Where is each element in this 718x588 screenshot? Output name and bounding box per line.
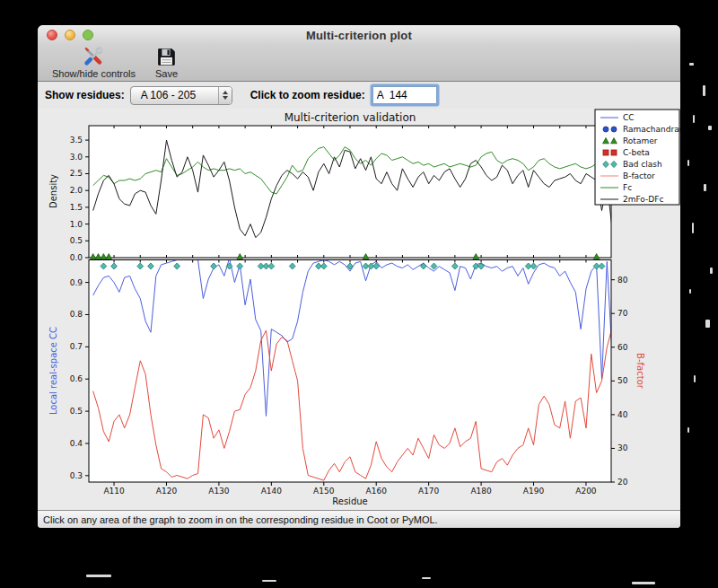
svg-text:A200: A200 [575, 487, 597, 496]
legend-label: Rotamer [623, 136, 658, 145]
screen-artifact [689, 289, 691, 294]
screen-artifact [708, 126, 712, 130]
svg-text:1.0: 1.0 [70, 220, 83, 229]
svg-text:70: 70 [617, 309, 628, 318]
legend-label: 2mFo-DFc [623, 195, 663, 204]
svg-text:A150: A150 [313, 487, 335, 496]
status-bar: Click on any area of the graph to zoom i… [38, 510, 680, 528]
toolbar-button-label: Save [155, 68, 178, 79]
legend-label: C-beta [623, 148, 650, 157]
screen-artifact [692, 223, 694, 233]
screen-artifact [422, 577, 431, 579]
show-residues-select[interactable]: A 106 - 205 [130, 86, 232, 105]
bfactor-axis-label: B-factor [635, 353, 645, 390]
svg-text:0.7: 0.7 [70, 342, 83, 351]
stepper-arrows-icon [218, 87, 232, 104]
close-button[interactable] [47, 30, 57, 40]
toolbar: Show/hide controls Save [38, 45, 680, 82]
legend: CCRamachandranRotamerC-betaBad clashB-fa… [595, 110, 680, 205]
traffic-lights [47, 25, 93, 45]
screen-artifact [694, 375, 696, 382]
screen-artifact [262, 580, 276, 582]
controls-row: Show residues: A 106 - 205 Click to zoom… [38, 82, 680, 109]
screen-artifact [693, 115, 695, 123]
legend-label: CC [623, 113, 635, 122]
legend-label: Ramachandran [623, 125, 680, 134]
show-residues-label: Show residues: [45, 89, 125, 101]
status-text: Click on any area of the graph to zoom i… [43, 514, 438, 525]
cc-axis-label: Local real-space CC [48, 327, 58, 415]
select-value: A 106 - 205 [131, 89, 196, 101]
minimize-button[interactable] [65, 30, 75, 40]
zoom-window-button[interactable] [83, 30, 93, 40]
plot-figure[interactable]: A110A120A130A140A150A160A170A180A190A200… [38, 109, 680, 510]
svg-text:0.8: 0.8 [70, 310, 83, 319]
toolbar-button-label: Show/hide controls [52, 68, 136, 79]
app-window: Multi-criterion plot Show/hide controls [38, 25, 680, 528]
svg-text:80: 80 [617, 276, 628, 285]
zoom-residue-input[interactable] [372, 86, 437, 104]
density-plot-area[interactable] [89, 126, 611, 258]
screen-artifact [687, 160, 689, 166]
window-title: Multi-criterion plot [306, 29, 412, 42]
screen-artifact [86, 575, 111, 577]
screen-artifact [705, 320, 710, 328]
svg-text:A160: A160 [366, 487, 388, 496]
svg-text:2.5: 2.5 [70, 169, 83, 178]
svg-text:40: 40 [617, 410, 628, 419]
svg-text:30: 30 [617, 443, 628, 452]
svg-text:A130: A130 [208, 487, 230, 496]
save-button[interactable]: Save [155, 46, 178, 79]
x-axis-label: Residue [332, 496, 367, 506]
svg-text:0.4: 0.4 [70, 439, 83, 448]
screen-artifact [687, 427, 689, 433]
titlebar[interactable]: Multi-criterion plot [38, 25, 680, 45]
svg-text:60: 60 [617, 343, 628, 352]
screen-artifact [703, 85, 705, 96]
cc-bfactor-plot-area[interactable] [89, 260, 611, 483]
screen-artifact [689, 63, 694, 66]
svg-text:A110: A110 [103, 487, 125, 496]
svg-text:3.5: 3.5 [70, 136, 83, 145]
svg-text:50: 50 [617, 376, 628, 385]
multi-criterion-chart[interactable]: A110A120A130A140A150A160A170A180A190A200… [38, 109, 680, 510]
density-axis-label: Density [48, 174, 58, 208]
svg-text:0.5: 0.5 [70, 236, 83, 245]
legend-label: B-factor [623, 171, 655, 180]
svg-text:A190: A190 [523, 487, 545, 496]
tools-icon [83, 46, 104, 67]
svg-text:A180: A180 [470, 487, 492, 496]
svg-text:A120: A120 [156, 487, 178, 496]
zoom-residue-label: Click to zoom residue: [250, 89, 365, 101]
screen-artifact [710, 268, 713, 274]
svg-text:A170: A170 [418, 487, 440, 496]
svg-text:0.0: 0.0 [70, 253, 83, 262]
save-icon [155, 46, 177, 67]
svg-text:0.6: 0.6 [70, 374, 83, 383]
svg-text:20: 20 [617, 478, 628, 487]
legend-label: Fc [623, 183, 632, 192]
svg-text:3.0: 3.0 [70, 153, 83, 162]
svg-text:A140: A140 [261, 487, 283, 496]
svg-text:0.3: 0.3 [70, 471, 83, 480]
screen-artifact [632, 582, 655, 584]
chart-title: Multi-criterion validation [285, 111, 416, 124]
show-hide-controls-button[interactable]: Show/hide controls [52, 46, 136, 79]
screen: { "window": { "title": "Multi-criterion … [0, 0, 718, 588]
svg-text:0.9: 0.9 [70, 278, 83, 287]
legend-label: Bad clash [623, 160, 662, 169]
svg-text:1.5: 1.5 [70, 203, 83, 212]
screen-artifact [704, 184, 706, 191]
svg-text:0.5: 0.5 [70, 407, 83, 416]
svg-text:2.0: 2.0 [70, 186, 83, 195]
